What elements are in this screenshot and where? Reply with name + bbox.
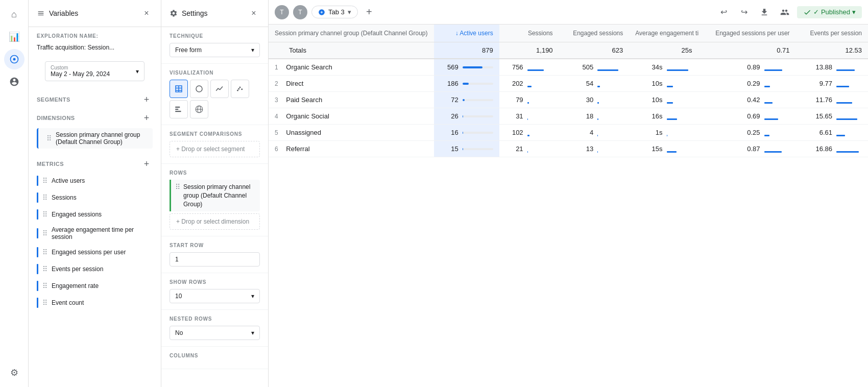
data-table-container: Session primary channel group (Default C… [269, 25, 868, 387]
col-header-active-users[interactable]: ↓ Active users [434, 25, 499, 42]
svg-point-1 [13, 58, 15, 61]
columns-section: COLUMNS [161, 347, 268, 369]
col-header-engaged-sessions[interactable]: Engaged sessions [559, 25, 630, 42]
cell-avg-engagement: 1s [629, 125, 698, 141]
svg-rect-9 [175, 109, 178, 110]
table-viz-button[interactable] [170, 80, 188, 98]
share-users-button[interactable] [777, 4, 793, 20]
drag-handle-icon: ⠿ [42, 177, 47, 185]
geo-viz-button[interactable] [190, 100, 208, 118]
line-viz-button[interactable] [210, 80, 229, 98]
cell-sessions: 756 [499, 59, 559, 76]
cell-engaged-sessions: 4 [559, 125, 630, 141]
variables-title: Variables [37, 9, 78, 17]
cell-sessions: 202 [499, 76, 559, 92]
col-header-sessions[interactable]: Sessions [499, 25, 559, 42]
data-table: Session primary channel group (Default C… [269, 25, 868, 157]
cell-engaged-per-user: 0.42 [698, 92, 796, 108]
technique-section: TECHNIQUE Free form ▾ [161, 27, 268, 64]
settings-panel: Settings × TECHNIQUE Free form ▾ VISUALI… [161, 0, 269, 387]
download-button[interactable] [756, 4, 773, 20]
drag-handle-icon: ⠿ [42, 194, 47, 202]
date-picker[interactable]: Custom May 2 - May 29, 2024 ▾ [45, 61, 144, 81]
nav-chart-icon[interactable]: 📊 [4, 27, 25, 47]
col-header-events-per-session[interactable]: Events per session [796, 25, 868, 42]
redo-button[interactable]: ↪ [736, 4, 752, 20]
nav-home-icon[interactable]: ⌂ [4, 4, 25, 25]
technique-chevron-icon: ▾ [251, 46, 254, 54]
avatar-t2: T [293, 5, 307, 19]
drag-handle-icon: ⠿ [42, 299, 47, 307]
rows-dimension-item[interactable]: ⠿ Session primary channel group (Default… [170, 180, 260, 211]
metric-item-1[interactable]: ⠿Sessions [33, 189, 157, 206]
cell-sessions: 79 [499, 92, 559, 108]
add-dimension-button[interactable]: + [140, 112, 153, 124]
cell-active-users: 569 [434, 59, 499, 76]
table-row: 1 Organic Search 569 756 505 [269, 59, 868, 76]
table-body: Totals 879 1,190 623 25s 0.71 12.53 1 Or… [269, 42, 868, 157]
svg-point-7 [238, 88, 239, 90]
svg-point-6 [241, 88, 243, 90]
metric-item-0[interactable]: ⠿Active users [33, 173, 157, 189]
col-header-engaged-per-user[interactable]: Engaged sessions per user [698, 25, 796, 42]
cell-dimension: 4 Organic Social [269, 108, 434, 125]
metric-item-2[interactable]: ⠿Engaged sessions [33, 206, 157, 223]
cell-active-users: 72 [434, 92, 499, 108]
cell-events-per-session: 6.61 [796, 125, 868, 141]
published-chevron-icon: ▾ [852, 8, 856, 16]
metric-bar-icon [37, 264, 38, 274]
settings-panel-header: Settings × [161, 0, 268, 27]
show-rows-dropdown[interactable]: 10 ▾ [170, 289, 260, 303]
donut-viz-button[interactable] [190, 80, 208, 98]
start-row-input[interactable] [170, 252, 260, 267]
cell-engaged-per-user: 0.25 [698, 125, 796, 141]
published-button[interactable]: ✓ Published ▾ [797, 6, 862, 18]
dimension-item-session-channel[interactable]: ⠿ Session primary channel group (Default… [37, 128, 153, 149]
totals-sessions: 1,190 [499, 42, 559, 59]
segment-comparisons-section: SEGMENT COMPARISONS + Drop or select seg… [161, 125, 268, 164]
table-row: 3 Paid Search 72 79 30 [269, 92, 868, 108]
metric-item-5[interactable]: ⠿Events per session [33, 261, 157, 277]
cell-active-users: 186 [434, 76, 499, 92]
metric-item-6[interactable]: ⠿Engagement rate [33, 278, 157, 294]
table-row: 5 Unassigned 16 102 4 [269, 125, 868, 141]
metric-item-3[interactable]: ⠿Average engagement time per session [33, 223, 157, 244]
cell-avg-engagement: 34s [629, 59, 698, 76]
metric-bar-icon [37, 228, 38, 238]
scatter-viz-button[interactable] [231, 80, 249, 98]
nav-audience-icon[interactable] [4, 71, 25, 92]
add-tab-button[interactable]: + [362, 5, 376, 19]
cell-sessions: 21 [499, 141, 559, 157]
cell-events-per-session: 13.88 [796, 59, 868, 76]
add-segment-button[interactable]: + [140, 93, 153, 106]
metric-bar-icon [37, 192, 38, 203]
technique-dropdown[interactable]: Free form ▾ [170, 43, 260, 57]
tab-bar-right: ↩ ↪ ✓ Published ▾ [715, 4, 862, 20]
visualization-section: VISUALIZATION [161, 64, 268, 125]
settings-close-button[interactable]: × [248, 7, 260, 19]
variables-close-button[interactable]: × [140, 7, 153, 19]
nav-explore-icon[interactable] [4, 49, 25, 69]
add-metric-button[interactable]: + [140, 158, 153, 170]
metric-item-7[interactable]: ⠿Event count [33, 295, 157, 311]
bar-horizontal-viz-button[interactable] [170, 100, 188, 118]
nav-settings-icon[interactable]: ⚙ [4, 362, 25, 383]
svg-point-3 [198, 87, 201, 90]
avatar-t1: T [275, 5, 289, 19]
totals-engaged-sessions: 623 [559, 42, 630, 59]
cell-events-per-session: 16.86 [796, 141, 868, 157]
nested-rows-section: NESTED ROWS No ▾ [161, 310, 268, 347]
col-header-avg-engagement[interactable]: Average engagement time per session [629, 25, 698, 42]
undo-button[interactable]: ↩ [715, 4, 732, 20]
metric-item-4[interactable]: ⠿Engaged sessions per user [33, 244, 157, 260]
drop-dimension-zone[interactable]: + Drop or select dimension [170, 213, 260, 230]
tab-3[interactable]: Tab 3 ▾ [311, 6, 358, 18]
col-header-dimension[interactable]: Session primary channel group (Default C… [269, 25, 434, 42]
table-header-row: Session primary channel group (Default C… [269, 25, 868, 42]
drop-segment-zone[interactable]: + Drop or select segment [170, 141, 260, 157]
variables-panel-header: Variables × [29, 0, 161, 27]
nested-rows-dropdown[interactable]: No ▾ [170, 326, 260, 340]
cell-active-users: 16 [434, 125, 499, 141]
cell-engaged-per-user: 0.87 [698, 141, 796, 157]
cell-active-users: 26 [434, 108, 499, 125]
